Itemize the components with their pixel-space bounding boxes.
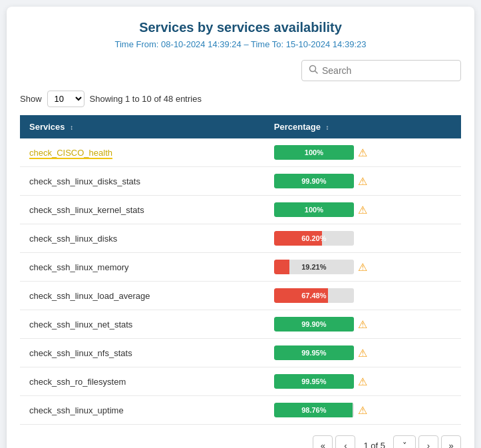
service-name: check_ssh_linux_net_stats [29,320,132,330]
service-name-cell: check_ssh_linux_net_stats [20,310,265,339]
bar-container: 99.90% [274,174,354,188]
percentage-cell: 98.76%⚠ [265,396,461,425]
bar-fill [274,202,354,217]
page-dropdown-button[interactable]: ˅ [393,435,416,448]
col-services[interactable]: Services ↕ [20,115,265,138]
service-name-cell: check_ssh_linux_nfs_stats [20,339,265,367]
bar-container: 100% [274,202,354,217]
bar-fill [274,288,328,303]
table-row: check_ssh_linux_nfs_stats99.95%⚠ [20,339,461,367]
table-row: check_ssh_linux_kernel_stats100%⚠ [20,196,461,224]
warning-icon: ⚠ [358,318,367,331]
bar-fill [274,374,354,389]
prev-page-button[interactable]: ‹ [335,435,355,448]
bar-container: 19.21% [274,260,354,274]
warning-icon: ⚠ [358,204,367,216]
service-name: check_ssh_linux_kernel_stats [29,205,144,215]
service-name: check_ssh_linux_disks [29,234,117,244]
service-name-cell: check_CISCO_health [20,138,265,167]
first-page-button[interactable]: « [313,435,333,448]
bar-fill [274,231,322,246]
last-page-button[interactable]: » [441,435,461,448]
bar-container: 98.76% [274,403,354,417]
bar-container: 100% [274,145,354,160]
search-icon [309,65,318,77]
percentage-cell: 19.21%⚠ [265,253,461,282]
bar-cell: 67.48% [274,288,452,303]
service-name: check_ssh_linux_load_average [29,291,150,301]
warning-icon: ⚠ [358,404,367,417]
bar-cell: 98.76%⚠ [274,403,452,417]
bar-container: 99.95% [274,345,354,360]
percentage-cell: 99.95%⚠ [265,367,461,396]
bar-cell: 99.95%⚠ [274,374,452,389]
table-header-row: Services ↕ Percentage ↕ [20,115,461,138]
percentage-cell: 99.90%⚠ [265,310,461,339]
svg-line-1 [315,71,318,74]
bar-fill [274,174,354,188]
bar-fill [274,403,353,417]
service-name-cell: check_ssh_linux_uptime [20,396,265,425]
bar-fill [274,145,354,160]
table-row: check_ssh_linux_net_stats99.90%⚠ [20,310,461,339]
percentage-cell: 100%⚠ [265,138,461,167]
bar-fill [274,345,354,360]
show-label: Show [20,94,42,104]
bar-fill [274,317,354,332]
service-name: check_ssh_linux_uptime [29,405,124,415]
service-name: check_ssh_linux_memory [29,262,129,272]
bar-container: 60.20% [274,231,354,246]
page-subtitle: Time From: 08-10-2024 14:39:24 – Time To… [20,39,461,49]
table-row: check_ssh_linux_load_average67.48% [20,282,461,310]
table-row: check_ssh_linux_disks_stats99.90%⚠ [20,167,461,196]
pagination: « ‹ 1 of 5 ˅ › » [20,435,461,448]
service-name-cell: check_ssh_ro_filesystem [20,367,265,396]
main-card: Services by services availability Time F… [7,7,474,448]
page-info: 1 of 5 [358,441,391,449]
show-row: Show 10 25 50 100 Showing 1 to 10 of 48 … [20,91,461,107]
bar-container: 99.95% [274,374,354,389]
bar-cell: 99.90%⚠ [274,174,452,188]
search-input[interactable] [322,65,454,76]
warning-icon: ⚠ [358,375,367,388]
bar-container: 99.90% [274,317,354,332]
table-row: check_ssh_linux_memory19.21%⚠ [20,253,461,282]
percentage-cell: 60.20% [265,224,461,253]
service-name-cell: check_ssh_linux_disks_stats [20,167,265,196]
bar-cell: 99.90%⚠ [274,317,452,332]
table-row: check_ssh_linux_disks60.20% [20,224,461,253]
service-name-cell: check_ssh_linux_memory [20,253,265,282]
page-title: Services by services availability [20,20,461,35]
warning-icon: ⚠ [358,146,367,159]
warning-icon: ⚠ [358,175,367,188]
sort-services-icon: ↕ [70,124,73,131]
bar-cell: 100%⚠ [274,202,452,217]
service-name-cell: check_ssh_linux_disks [20,224,265,253]
show-select[interactable]: 10 25 50 100 [47,91,84,107]
next-page-button[interactable]: › [418,435,438,448]
entries-info: Showing 1 to 10 of 48 entries [90,94,202,104]
bar-cell: 19.21%⚠ [274,260,452,274]
table-row: check_ssh_ro_filesystem99.95%⚠ [20,367,461,396]
service-name-cell: check_ssh_linux_load_average [20,282,265,310]
bar-container: 67.48% [274,288,354,303]
service-name: check_ssh_linux_disks_stats [29,176,140,186]
percentage-cell: 67.48% [265,282,461,310]
service-name: check_ssh_ro_filesystem [29,377,126,387]
percentage-cell: 99.90%⚠ [265,167,461,196]
warning-icon: ⚠ [358,261,367,274]
col-percentage[interactable]: Percentage ↕ [265,115,461,138]
bar-cell: 60.20% [274,231,452,246]
percentage-cell: 99.95%⚠ [265,339,461,367]
sort-percentage-icon: ↕ [326,124,329,131]
bar-cell: 100%⚠ [274,145,452,160]
search-box [301,60,461,81]
table-row: check_ssh_linux_uptime98.76%⚠ [20,396,461,425]
service-name: check_CISCO_health [29,148,112,158]
warning-icon: ⚠ [358,347,367,359]
bar-cell: 99.95%⚠ [274,345,452,360]
percentage-cell: 100%⚠ [265,196,461,224]
service-name: check_ssh_linux_nfs_stats [29,348,132,358]
service-name-cell: check_ssh_linux_kernel_stats [20,196,265,224]
bar-fill [274,260,289,274]
